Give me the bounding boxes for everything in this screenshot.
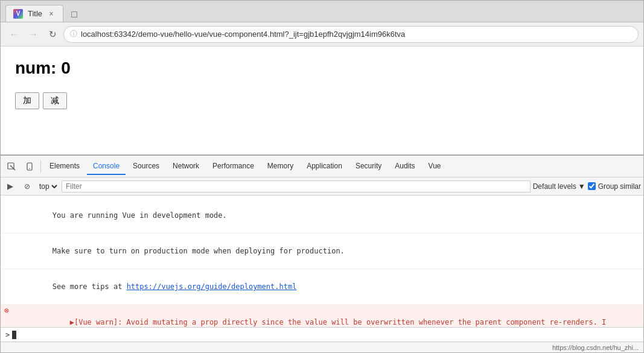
tab-elements[interactable]: Elements xyxy=(43,158,86,175)
tab-console[interactable]: Console xyxy=(87,158,126,175)
console-cursor xyxy=(12,331,16,339)
security-icon: ⓘ xyxy=(70,29,77,39)
group-similar-text: Group similar xyxy=(598,182,641,191)
tab-performance[interactable]: Performance xyxy=(206,158,260,175)
error-first-line: ⊗ ▶[Vue warn]: Avoid mutating a prop dir… xyxy=(1,305,643,327)
devtools-mobile-button[interactable] xyxy=(21,158,38,175)
tab-close-button[interactable]: × xyxy=(47,10,56,18)
devtools-cursor-button[interactable] xyxy=(3,158,20,175)
filter-input[interactable] xyxy=(62,180,531,192)
page-content: num: 0 加 减 xyxy=(1,46,643,154)
tab-favicon: V xyxy=(13,9,23,19)
sub-button[interactable]: 减 xyxy=(43,92,67,109)
browser-tab[interactable]: V Title × xyxy=(5,5,63,22)
tab-audits[interactable]: Audits xyxy=(389,158,421,175)
tab-memory[interactable]: Memory xyxy=(261,158,299,175)
console-prompt: > xyxy=(5,331,10,339)
status-bar: https://blog.csdn.net/hu_zhi... xyxy=(1,342,643,352)
deployment-link[interactable]: https://vuejs.org/guide/deployment.html xyxy=(127,282,297,291)
status-url: https://blog.csdn.net/hu_zhi... xyxy=(552,344,639,351)
run-script-button[interactable]: ▶ xyxy=(3,179,18,194)
tab-sources[interactable]: Sources xyxy=(127,158,165,175)
console-line-1: You are running Vue in development mode. xyxy=(1,198,643,234)
back-icon: ← xyxy=(10,29,19,39)
button-group: 加 减 xyxy=(15,92,629,109)
console-output: You are running Vue in development mode.… xyxy=(1,196,643,327)
tab-title: Title xyxy=(28,9,42,18)
run-icon: ▶ xyxy=(7,182,13,191)
forward-icon: → xyxy=(29,29,38,39)
console-line-2: Make sure to turn on production mode whe… xyxy=(1,234,643,269)
devtools-tab-bar: Elements Console Sources Network Perform… xyxy=(1,156,643,177)
new-tab-button[interactable]: □ xyxy=(66,7,83,22)
levels-arrow-icon: ▼ xyxy=(578,182,585,191)
console-input-line[interactable]: > xyxy=(1,327,643,342)
group-similar-checkbox[interactable] xyxy=(588,182,596,190)
error-message-main: ▶[Vue warn]: Avoid mutating a prop direc… xyxy=(1,305,643,327)
tab-bar: V Title × □ xyxy=(1,1,643,22)
clear-icon: ⊘ xyxy=(24,182,30,191)
address-url: localhost:63342/demo-vue/hello-vue/vue-c… xyxy=(81,30,405,39)
divider xyxy=(40,161,41,173)
error-icon: ⊗ xyxy=(4,306,9,315)
nav-bar: ← → ↻ ⓘ localhost:63342/demo-vue/hello-v… xyxy=(1,22,643,46)
browser-window: V Title × □ ← → ↻ ⓘ localhost:63342/demo… xyxy=(0,0,644,353)
tab-vue[interactable]: Vue xyxy=(422,158,447,175)
reload-button[interactable]: ↻ xyxy=(44,26,61,43)
console-line-3: See more tips at https://vuejs.org/guide… xyxy=(1,269,643,305)
add-button[interactable]: 加 xyxy=(15,92,39,109)
page-heading: num: 0 xyxy=(15,59,629,78)
address-bar[interactable]: ⓘ localhost:63342/demo-vue/hello-vue/vue… xyxy=(63,26,639,43)
svg-point-2 xyxy=(29,168,30,169)
reload-icon: ↻ xyxy=(49,29,57,40)
group-similar-label[interactable]: Group similar xyxy=(588,182,641,191)
forward-button[interactable]: → xyxy=(25,26,42,43)
clear-console-button[interactable]: ⊘ xyxy=(20,179,34,194)
levels-label: Default levels xyxy=(533,182,576,191)
tab-network[interactable]: Network xyxy=(167,158,205,175)
context-selector[interactable]: top xyxy=(37,182,59,191)
console-error-block: ⊗ ▶[Vue warn]: Avoid mutating a prop dir… xyxy=(1,305,643,327)
back-button[interactable]: ← xyxy=(5,26,22,43)
context-select-input[interactable]: top xyxy=(37,182,59,191)
tab-security[interactable]: Security xyxy=(349,158,387,175)
console-toolbar: ▶ ⊘ top Default levels ▼ Group similar xyxy=(1,177,643,196)
devtools-panel: Elements Console Sources Network Perform… xyxy=(1,154,643,342)
tab-application[interactable]: Application xyxy=(301,158,348,175)
default-levels-button[interactable]: Default levels ▼ xyxy=(533,182,585,191)
